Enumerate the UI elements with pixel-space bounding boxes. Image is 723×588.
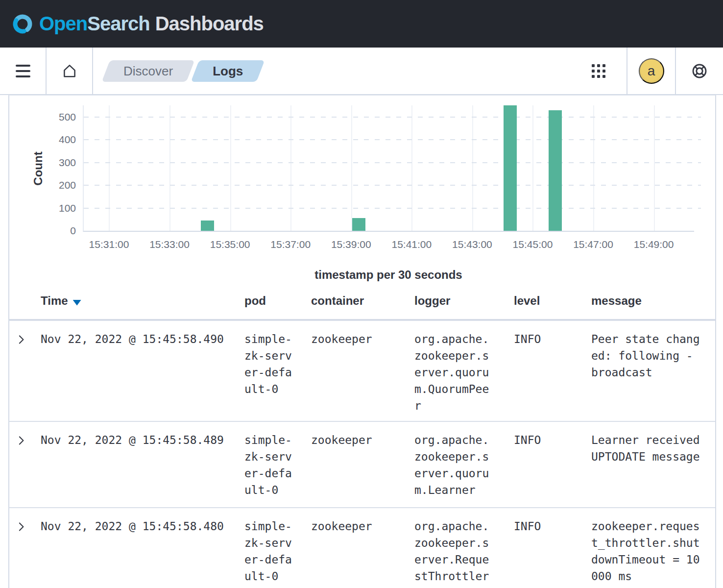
apps-menu-button[interactable] — [570, 48, 627, 94]
column-header-level: level — [506, 294, 583, 308]
y-tick-label: 200 — [59, 179, 76, 191]
x-gridline — [411, 105, 412, 231]
breadcrumb: Discover Logs — [93, 48, 570, 94]
chevron-right-icon — [16, 334, 27, 345]
discover-panel: Count 15:31:0015:33:0015:35:0015:37:0015… — [8, 95, 716, 588]
x-tick-label: 15:33:00 — [149, 239, 190, 250]
chevron-right-icon — [16, 521, 27, 532]
x-gridline — [532, 105, 533, 231]
column-header-container: container — [303, 294, 407, 308]
cell-level: INFO — [506, 321, 583, 421]
column-header-pod: pod — [237, 294, 303, 308]
x-tick-label: 15:31:00 — [89, 239, 129, 250]
plot-area: 15:31:0015:33:0015:35:0015:37:0015:39:00… — [83, 105, 694, 232]
x-gridline — [593, 105, 594, 231]
histogram-section: Count 15:31:0015:33:0015:35:0015:37:0015… — [9, 96, 715, 283]
y-tick-label: 400 — [59, 134, 76, 146]
x-gridline — [169, 105, 170, 231]
hamburger-icon — [16, 70, 30, 72]
cell-logger: org.apache.zookeeper.server.quorum.Quoru… — [407, 321, 506, 421]
cell-logger: org.apache.zookeeper.server.quorum.Learn… — [407, 422, 506, 507]
y-tick-label: 100 — [59, 202, 76, 214]
cell-time: Nov 22, 2022 @ 15:45:58.489 — [33, 422, 237, 507]
home-icon — [61, 63, 78, 79]
y-gridline — [84, 185, 701, 186]
expand-row-button[interactable] — [16, 519, 32, 535]
x-gridline — [351, 105, 352, 231]
cell-container: zookeeper — [303, 321, 407, 421]
column-label: Time — [41, 294, 68, 308]
breadcrumb-label: Discover — [123, 64, 173, 78]
x-tick-label: 15:43:00 — [452, 239, 492, 250]
navbar-right-section: a — [570, 48, 723, 94]
cell-logger: org.apache.zookeeper.server.RequestThrot… — [407, 508, 506, 588]
x-tick-label: 15:37:00 — [270, 239, 311, 250]
cell-pod: simple-zk-server-default-0 — [237, 508, 303, 588]
table-row: Nov 22, 2022 @ 15:45:58.480 simple-zk-se… — [9, 507, 715, 588]
home-button[interactable] — [47, 48, 93, 94]
y-tick-label: 0 — [70, 225, 76, 237]
breadcrumb-discover[interactable]: Discover — [106, 60, 191, 82]
histogram-bar[interactable] — [201, 220, 214, 231]
y-axis-title: Count — [31, 151, 45, 185]
x-gridline — [654, 105, 655, 231]
y-gridline — [84, 208, 701, 209]
navigation-bar: Discover Logs a — [0, 48, 723, 95]
cell-time: Nov 22, 2022 @ 15:45:58.490 — [33, 321, 237, 421]
cell-message: Learner received UPTODATE message — [583, 422, 715, 507]
cell-level: INFO — [506, 422, 583, 507]
x-gridline — [109, 105, 110, 231]
x-gridline — [230, 105, 231, 231]
opensearch-logo-icon — [11, 12, 34, 36]
breadcrumb-logs[interactable]: Logs — [195, 60, 261, 82]
opensearch-logo[interactable]: OpenSearchDashboards — [11, 12, 264, 36]
y-gridline — [84, 162, 701, 163]
sort-desc-icon[interactable] — [73, 299, 81, 306]
expand-row-button[interactable] — [16, 433, 32, 448]
help-button[interactable] — [676, 48, 723, 94]
cell-message: Peer state changed: following - broadcas… — [583, 321, 715, 421]
cell-message: zookeeper.request_throttler.shutdownTime… — [583, 508, 715, 588]
x-tick-label: 15:47:00 — [573, 239, 613, 250]
table-row: Nov 22, 2022 @ 15:45:58.489 simple-zk-se… — [9, 421, 715, 507]
cell-time: Nov 22, 2022 @ 15:45:58.480 — [33, 508, 237, 588]
column-header-logger: logger — [407, 294, 506, 308]
chevron-right-icon — [16, 435, 27, 446]
cell-container: zookeeper — [303, 508, 407, 588]
cell-pod: simple-zk-server-default-0 — [237, 321, 303, 421]
table-header-row: Time pod container logger level message — [9, 283, 715, 320]
expand-row-button[interactable] — [16, 332, 32, 347]
cell-container: zookeeper — [303, 422, 407, 507]
y-gridline — [84, 139, 701, 140]
histogram-bar[interactable] — [504, 105, 517, 231]
cell-level: INFO — [506, 508, 583, 588]
x-gridline — [290, 105, 291, 231]
app-title: OpenSearchDashboards — [39, 13, 264, 35]
y-gridline — [84, 117, 701, 118]
histogram-bar[interactable] — [352, 218, 365, 231]
x-axis-title: timestamp per 30 seconds — [83, 268, 694, 283]
histogram-bar[interactable] — [549, 110, 562, 231]
breadcrumb-label: Logs — [213, 64, 243, 78]
x-tick-label: 15:35:00 — [210, 239, 250, 250]
y-tick-label: 300 — [59, 157, 76, 169]
x-tick-label: 15:39:00 — [331, 239, 371, 250]
app-header: OpenSearchDashboards — [0, 0, 723, 48]
user-avatar[interactable]: a — [639, 58, 664, 84]
x-gridline — [472, 105, 473, 231]
table-row: Nov 22, 2022 @ 15:45:58.490 simple-zk-se… — [9, 320, 715, 421]
x-tick-label: 15:45:00 — [513, 239, 553, 250]
documents-table: Time pod container logger level message … — [9, 283, 715, 588]
y-tick-label: 500 — [59, 111, 76, 123]
menu-button[interactable] — [0, 48, 47, 94]
apps-grid-icon — [591, 64, 606, 78]
x-tick-label: 15:49:00 — [634, 239, 674, 250]
x-tick-label: 15:41:00 — [391, 239, 432, 250]
column-header-time[interactable]: Time — [33, 294, 237, 308]
help-lifebuoy-icon — [691, 62, 708, 80]
cell-pod: simple-zk-server-default-0 — [237, 422, 303, 507]
column-header-message: message — [583, 294, 715, 308]
